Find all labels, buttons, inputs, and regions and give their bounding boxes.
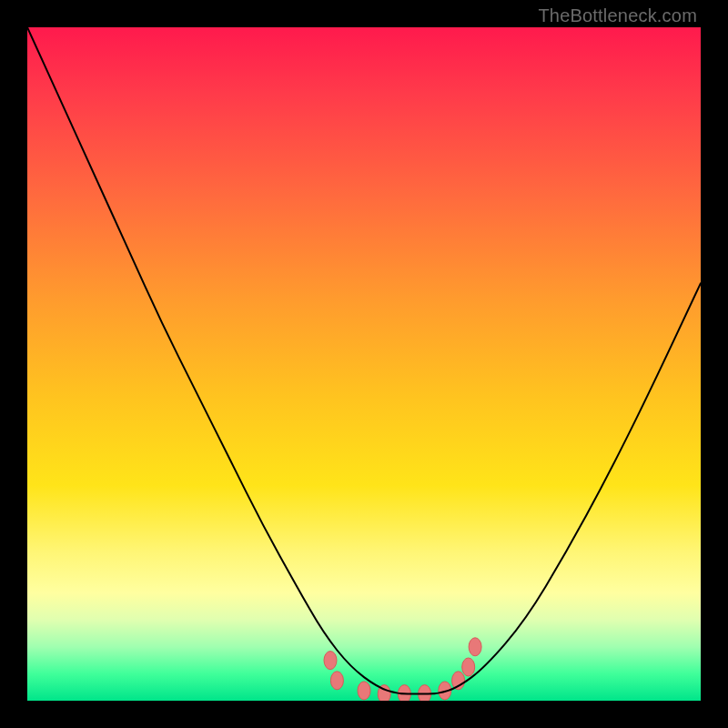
watermark-text: TheBottleneck.com <box>538 5 697 26</box>
trough-marker <box>462 658 475 676</box>
chart-overlay <box>27 27 701 701</box>
trough-marker <box>330 672 343 690</box>
trough-marker <box>419 685 431 701</box>
trough-marker <box>358 682 370 700</box>
chart-frame: TheBottleneck.com <box>0 0 728 728</box>
trough-markers-group <box>324 638 481 701</box>
trough-marker <box>324 652 337 670</box>
bottleneck-curve <box>27 27 701 694</box>
trough-marker <box>469 638 481 656</box>
